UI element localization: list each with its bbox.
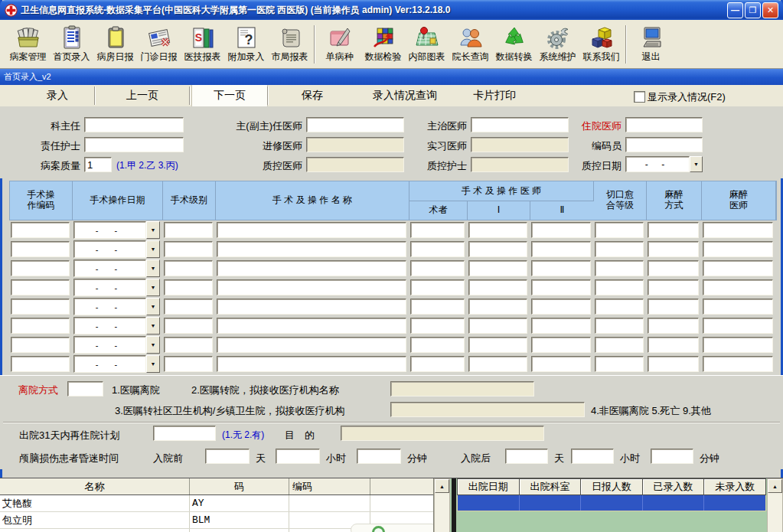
anesthesia-method-cell[interactable] [648,356,699,372]
assistant2-cell[interactable] [531,318,591,334]
op-name-cell[interactable] [217,337,406,353]
toolbar-button-contact-us[interactable]: 联系我们 [579,23,623,66]
anesthesia-doctor-cell[interactable] [703,356,773,372]
chevron-down-icon[interactable]: ▼ [146,355,160,373]
operator-cell[interactable] [410,260,465,276]
chevron-down-icon[interactable]: ▼ [146,221,160,239]
op-date-combobox[interactable]: - -▼ [73,355,160,373]
op-name-cell[interactable] [217,299,406,315]
titlebar[interactable]: 卫生信息网直报系统-数据采集平台(中国医科大学附属第一医院 西医版) (当前操作… [0,0,783,20]
assistant2-cell[interactable] [531,241,591,257]
chevron-down-icon[interactable]: ▼ [146,298,160,315]
coma-after-days-input[interactable] [505,449,548,464]
assistant1-cell[interactable] [468,222,527,238]
toolbar-button-medtech-report[interactable]: S医技报表 [181,23,224,66]
assistant2-cell[interactable] [531,299,591,315]
toolbar-button-director-query[interactable]: 院长查询 [449,23,492,66]
anesthesia-doctor-cell[interactable] [703,279,773,295]
anesthesia-method-cell[interactable] [648,260,699,276]
menu-item-save[interactable]: 保存 [269,85,355,106]
op-date-combobox[interactable]: - -▼ [73,336,160,354]
attending-doctor-input[interactable] [471,117,569,132]
table-row[interactable]: 艾艳馥 AY [0,495,433,512]
menu-item-entry-status-query[interactable]: 录入情况查询 [355,85,455,106]
op-name-cell[interactable] [217,356,406,372]
qc-date-combobox[interactable]: - - ▼ [625,156,703,172]
duty-nurse-input[interactable] [84,137,184,152]
header-discharge-dept[interactable]: 出院科室 [520,478,582,495]
show-entry-status-checkbox[interactable] [634,91,645,103]
op-code-cell[interactable] [11,222,70,238]
anesthesia-method-cell[interactable] [648,241,699,257]
op-date-combobox[interactable]: - -▼ [73,317,160,335]
operator-cell[interactable] [410,222,465,238]
scroll-up-icon[interactable]: ▲ [435,479,449,493]
anesthesia-doctor-cell[interactable] [703,222,773,238]
selected-row[interactable] [457,495,766,511]
toolbar-button-data-check[interactable]: 数据检验 [361,23,405,66]
header-not-entered-count[interactable]: 未录入数 [704,478,766,495]
toolbar-button-ward-daily[interactable]: 病房日报 [93,23,137,66]
header-daily-count[interactable]: 日报人数 [581,478,643,495]
toolbar-button-data-convert[interactable]: 数据转换 [492,23,536,66]
op-name-cell[interactable] [217,279,406,295]
discharge-method-input[interactable] [67,381,103,397]
coma-before-minutes-input[interactable] [357,449,401,464]
anesthesia-doctor-cell[interactable] [703,299,773,315]
menu-item-entry[interactable]: 录入 [21,85,93,106]
op-level-cell[interactable] [164,241,213,257]
assistant2-cell[interactable] [531,279,591,295]
scroll-up-icon[interactable]: ▲ [768,479,782,493]
menu-item-next-page[interactable]: 下一页 [191,85,268,106]
incision-grade-cell[interactable] [595,241,644,257]
resident-doctor-input[interactable] [625,117,703,132]
header-discharge-date[interactable]: 出院日期 [457,478,520,495]
op-level-cell[interactable] [164,222,213,238]
op-name-cell[interactable] [217,318,406,334]
menu-item-card-print[interactable]: 卡片打印 [455,85,534,106]
coma-after-minutes-input[interactable] [651,449,693,464]
op-name-cell[interactable] [217,260,406,276]
toolbar-button-extra-entry[interactable]: ?附加录入 [224,23,268,66]
op-date-combobox[interactable]: - -▼ [73,240,160,258]
toolbar-button-city-report[interactable]: 市局报表 [268,23,312,66]
op-code-cell[interactable] [11,260,70,276]
toolbar-button-system-maintain[interactable]: 系统维护 [536,23,579,66]
assistant1-cell[interactable] [468,279,527,295]
incision-grade-cell[interactable] [595,337,644,353]
anesthesia-method-cell[interactable] [648,318,699,334]
anesthesia-method-cell[interactable] [648,279,699,295]
incision-grade-cell[interactable] [595,260,644,276]
toolbar-button-case-management[interactable]: 病案管理 [6,23,50,66]
operator-cell[interactable] [410,318,465,334]
toolbar-button-front-page-entry[interactable]: 首页录入 [50,23,93,66]
assistant1-cell[interactable] [468,299,527,315]
op-code-cell[interactable] [11,337,70,353]
op-level-cell[interactable] [164,260,213,276]
anesthesia-doctor-cell[interactable] [703,241,773,257]
toolbar-button-single-disease[interactable]: 单病种 [318,23,361,66]
op-level-cell[interactable] [164,337,213,353]
daily-table-scrollbar[interactable]: ▲ [767,478,783,532]
chevron-down-icon[interactable]: ▼ [146,279,160,296]
assistant2-cell[interactable] [531,222,591,238]
assistant2-cell[interactable] [531,260,591,276]
operator-cell[interactable] [410,299,465,315]
chevron-down-icon[interactable]: ▼ [146,240,160,258]
op-date-combobox[interactable]: - -▼ [73,221,160,239]
anesthesia-method-cell[interactable] [648,337,699,353]
op-code-cell[interactable] [11,318,70,334]
header-entered-count[interactable]: 已录入数 [643,478,705,495]
anesthesia-method-cell[interactable] [648,299,699,315]
op-date-combobox[interactable]: - -▼ [73,298,160,315]
assistant2-cell[interactable] [531,356,591,372]
op-level-cell[interactable] [164,318,213,334]
op-level-cell[interactable] [164,356,213,372]
minimize-button[interactable]: — [727,2,743,18]
operator-cell[interactable] [410,279,465,295]
assistant2-cell[interactable] [531,337,591,353]
incision-grade-cell[interactable] [595,356,644,372]
toolbar-button-internal-chart[interactable]: 内部图表 [405,23,449,66]
incision-grade-cell[interactable] [595,318,644,334]
assistant1-cell[interactable] [468,241,527,257]
